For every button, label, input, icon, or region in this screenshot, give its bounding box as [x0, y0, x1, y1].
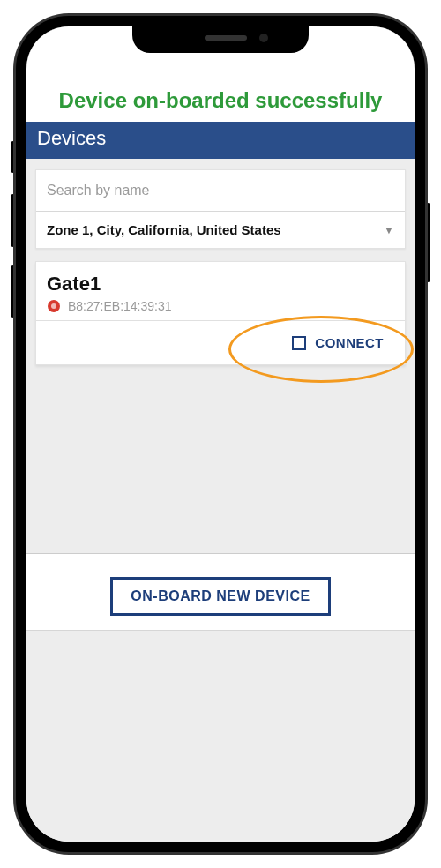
onboard-new-device-button[interactable]: ON-BOARD NEW DEVICE: [110, 577, 330, 616]
connect-label: CONNECT: [315, 335, 384, 350]
phone-power-button: [425, 203, 430, 282]
checkbox-icon: [292, 336, 306, 350]
success-message: Device on-boarded successfully: [26, 81, 415, 122]
footer: ON-BOARD NEW DEVICE: [26, 554, 415, 631]
zone-select[interactable]: Zone 1, City, California, United States …: [36, 212, 405, 248]
connect-button[interactable]: CONNECT: [292, 335, 384, 350]
phone-notch: [132, 26, 309, 53]
empty-list-area: [26, 378, 415, 554]
device-main: Gate1 B8:27:EB:14:39:31: [36, 262, 405, 320]
device-type-icon: [47, 299, 61, 313]
onboard-label: ON-BOARD NEW DEVICE: [131, 588, 310, 603]
app-screen: Device on-boarded successfully Devices Z…: [26, 26, 415, 842]
device-name: Gate1: [47, 273, 394, 296]
zone-selected-label: Zone 1, City, California, United States: [47, 222, 384, 237]
search-input[interactable]: [36, 170, 405, 212]
page-title: Devices: [37, 127, 106, 149]
device-actions: CONNECT: [36, 321, 405, 364]
device-mac: B8:27:EB:14:39:31: [68, 299, 172, 313]
phone-frame: Device on-boarded successfully Devices Z…: [16, 16, 425, 852]
search-card: Zone 1, City, California, United States …: [35, 169, 406, 249]
chevron-down-icon: ▼: [384, 224, 394, 236]
device-mac-row: B8:27:EB:14:39:31: [47, 299, 394, 313]
page-header: Devices: [26, 122, 415, 159]
content-area: Zone 1, City, California, United States …: [26, 159, 415, 842]
device-card: Gate1 B8:27:EB:14:39:31: [35, 261, 406, 365]
